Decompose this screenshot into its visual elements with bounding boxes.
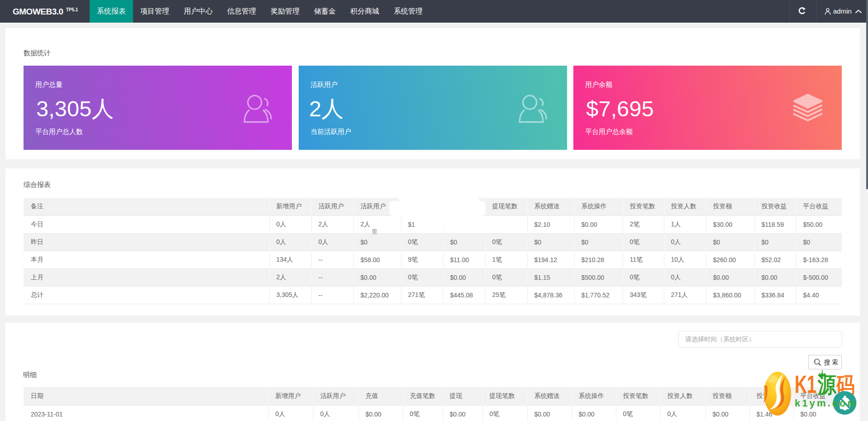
svg-text:源: 源 (817, 373, 837, 397)
svg-text:k1ym.com: k1ym.com (795, 397, 856, 409)
svg-text:K1: K1 (795, 370, 816, 398)
